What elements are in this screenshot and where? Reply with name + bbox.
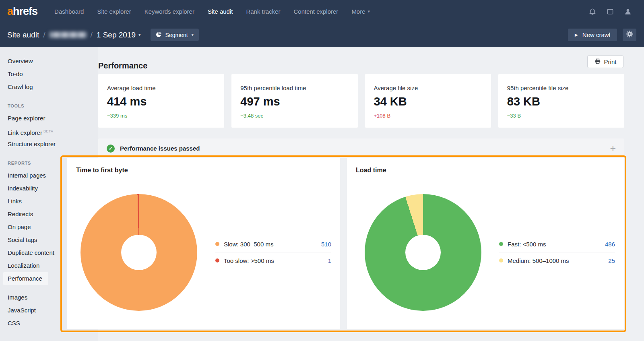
metric-value: 497 ms bbox=[240, 95, 349, 108]
load-time-donut-chart[interactable] bbox=[365, 194, 481, 311]
new-crawl-button[interactable]: ▶ New crawl bbox=[568, 29, 617, 41]
gear-icon bbox=[626, 30, 634, 39]
nav-item-site-audit[interactable]: Site audit bbox=[208, 8, 233, 15]
nav-item-keywords-explorer[interactable]: Keywords explorer bbox=[144, 8, 194, 15]
inbox-icon[interactable] bbox=[606, 8, 614, 16]
crawl-date-label: 1 Sep 2019 bbox=[97, 31, 136, 39]
nav-item-content-explorer[interactable]: Content explorer bbox=[293, 8, 338, 15]
logo-a: a bbox=[7, 5, 13, 17]
legend-value-link[interactable]: 486 bbox=[605, 241, 615, 248]
crawl-date-dropdown[interactable]: 1 Sep 2019 ▾ bbox=[97, 31, 141, 39]
legend-dot-fast bbox=[499, 242, 503, 246]
top-navigation: ahrefs Dashboard Site explorer Keywords … bbox=[0, 0, 644, 23]
chevron-down-icon: ▾ bbox=[192, 32, 194, 37]
beta-badge: BETA bbox=[43, 129, 53, 133]
legend-label: Too slow: >500 ms bbox=[224, 257, 274, 264]
metric-delta: +108 B bbox=[374, 113, 482, 119]
sidebar-tools-list: Page explorer Link explorerBETA Structur… bbox=[0, 112, 98, 151]
metric-delta: −339 ms bbox=[107, 113, 215, 119]
chart-card-load-time: Load time Fast: <500 ms 486 Medium: 500–… bbox=[347, 158, 624, 329]
issues-passed-label: Performance issues passed bbox=[120, 145, 200, 152]
user-account-icon[interactable] bbox=[624, 8, 632, 16]
sidebar-item-structure-explorer[interactable]: Structure explorer bbox=[0, 138, 98, 151]
project-name-blurred[interactable] bbox=[50, 32, 87, 38]
legend-label: Fast: <500 ms bbox=[508, 241, 546, 248]
legend-dot-medium bbox=[499, 258, 503, 262]
legend-value-link[interactable]: 1 bbox=[328, 257, 331, 264]
nav-more-label: More bbox=[351, 8, 365, 15]
metric-card-average-load-time: Average load time 414 ms −339 ms bbox=[98, 74, 224, 128]
sidebar-item-to-do[interactable]: To-do bbox=[0, 68, 98, 81]
metric-value: 83 KB bbox=[507, 95, 615, 108]
metric-value: 34 KB bbox=[374, 95, 482, 108]
sidebar-item-overview[interactable]: Overview bbox=[0, 55, 98, 68]
ahrefs-logo[interactable]: ahrefs bbox=[7, 6, 37, 17]
ttfb-donut-chart[interactable] bbox=[80, 194, 197, 311]
sub-header-actions: ▶ New crawl bbox=[568, 29, 636, 41]
sidebar-section-tools: TOOLS bbox=[0, 100, 98, 112]
chevron-down-icon: ▾ bbox=[368, 9, 370, 14]
breadcrumb-site-audit[interactable]: Site audit bbox=[7, 31, 39, 39]
segment-pie-icon bbox=[156, 31, 162, 39]
metric-card-average-file-size: Average file size 34 KB +108 B bbox=[365, 74, 491, 128]
sidebar-top-list: Overview To-do Crawl log bbox=[0, 55, 98, 93]
nav-item-more[interactable]: More ▾ bbox=[351, 8, 370, 15]
legend-row: Medium: 500–1000 ms 25 bbox=[499, 252, 615, 269]
legend-row: Slow: 300–500 ms 510 bbox=[215, 236, 331, 252]
new-crawl-label: New crawl bbox=[582, 31, 610, 38]
metric-delta: −3.48 sec bbox=[240, 113, 349, 119]
legend-row: Too slow: >500 ms 1 bbox=[215, 252, 331, 269]
metric-card-95th-file-size: 95th percentile file size 83 KB −33 B bbox=[498, 74, 624, 128]
nav-item-site-explorer[interactable]: Site explorer bbox=[97, 8, 131, 15]
print-label: Print bbox=[604, 58, 617, 65]
print-button[interactable]: Print bbox=[587, 55, 623, 68]
metric-label: 95th percentile file size bbox=[507, 85, 615, 91]
segment-label: Segment bbox=[165, 32, 188, 38]
legend-dot-slow bbox=[215, 242, 219, 246]
legend-row: Fast: <500 ms 486 bbox=[499, 236, 615, 252]
metric-label: Average load time bbox=[107, 85, 215, 91]
topnav-icons bbox=[588, 8, 632, 16]
nav-item-rank-tracker[interactable]: Rank tracker bbox=[246, 8, 280, 15]
page: ahrefs Dashboard Site explorer Keywords … bbox=[0, 0, 644, 341]
logo-rest: hrefs bbox=[13, 5, 37, 17]
sidebar-item-label: Link explorer bbox=[8, 129, 42, 136]
chevron-down-icon: ▾ bbox=[138, 32, 141, 37]
sub-header: Site audit / / 1 Sep 2019 ▾ Segment ▾ ▶ … bbox=[0, 23, 644, 47]
legend-label: Slow: 300–500 ms bbox=[224, 241, 273, 248]
settings-gear-button[interactable] bbox=[623, 29, 636, 41]
printer-icon bbox=[594, 58, 601, 66]
metric-cards-row: Average load time 414 ms −339 ms 95th pe… bbox=[98, 74, 624, 128]
breadcrumb-separator: / bbox=[91, 31, 93, 39]
primary-nav: Dashboard Site explorer Keywords explore… bbox=[54, 8, 370, 15]
play-icon: ▶ bbox=[575, 33, 578, 37]
sidebar-item-link-explorer[interactable]: Link explorerBETA bbox=[0, 125, 98, 138]
legend-dot-too-slow bbox=[215, 258, 219, 262]
sidebar-item-performance[interactable]: Performance bbox=[3, 272, 48, 285]
ttfb-legend: Slow: 300–500 ms 510 Too slow: >500 ms 1 bbox=[215, 236, 331, 269]
page-title: Performance bbox=[98, 61, 147, 70]
load-time-legend: Fast: <500 ms 486 Medium: 500–1000 ms 25 bbox=[499, 236, 615, 269]
metric-delta: −33 B bbox=[507, 113, 615, 119]
issues-passed-banner: ✓ Performance issues passed + bbox=[98, 138, 624, 158]
metric-value: 414 ms bbox=[107, 95, 215, 108]
sidebar-item-page-explorer[interactable]: Page explorer bbox=[0, 112, 98, 125]
breadcrumb-separator: / bbox=[43, 31, 45, 39]
plus-icon[interactable]: + bbox=[610, 143, 616, 153]
chart-title: Time to first byte bbox=[76, 167, 331, 174]
nav-item-dashboard[interactable]: Dashboard bbox=[54, 8, 84, 15]
notifications-bell-icon[interactable] bbox=[588, 8, 597, 16]
sidebar-item-crawl-log[interactable]: Crawl log bbox=[0, 81, 98, 93]
breadcrumb: Site audit / / 1 Sep 2019 ▾ bbox=[7, 31, 141, 39]
chart-title: Load time bbox=[356, 167, 615, 174]
metric-card-95th-load-time: 95th percentile load time 497 ms −3.48 s… bbox=[231, 74, 357, 128]
metric-label: Average file size bbox=[374, 85, 482, 91]
legend-value-link[interactable]: 25 bbox=[608, 257, 615, 264]
chart-card-time-to-first-byte: Time to first byte Slow: 300–500 ms 510 … bbox=[67, 158, 340, 329]
segment-dropdown-button[interactable]: Segment ▾ bbox=[151, 29, 199, 41]
legend-value-link[interactable]: 510 bbox=[321, 241, 331, 248]
legend-label: Medium: 500–1000 ms bbox=[508, 257, 569, 264]
metric-label: 95th percentile load time bbox=[240, 85, 349, 91]
check-circle-icon: ✓ bbox=[107, 145, 115, 153]
